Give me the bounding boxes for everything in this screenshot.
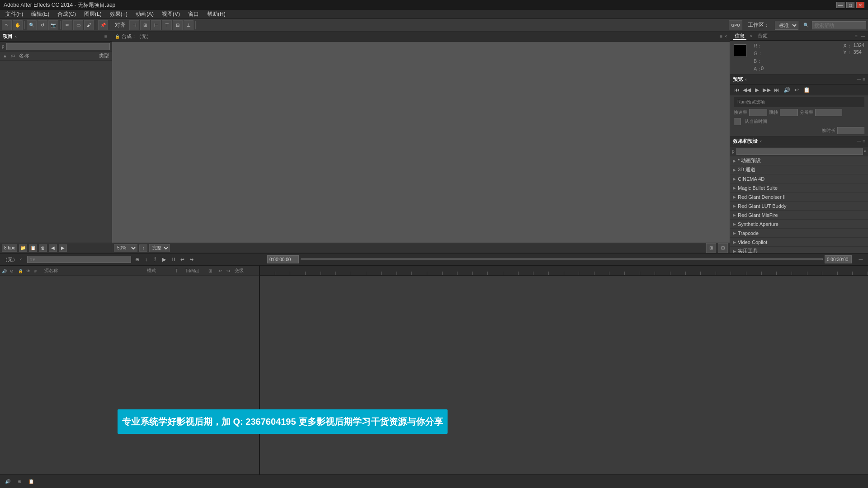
effect-category-item[interactable]: ▶Magic Bullet Suite: [730, 183, 868, 192]
comp-fit-btn[interactable]: ↕: [139, 244, 147, 252]
time-length-row: 帧时长: [734, 127, 864, 134]
menu-window[interactable]: 窗口: [184, 9, 203, 19]
effect-category-item[interactable]: ▶3D 通道: [730, 165, 868, 174]
comp-grid-btn[interactable]: ⊞: [706, 243, 716, 253]
preview-next-frame[interactable]: ▶▶: [763, 86, 771, 94]
effects-collapse-btn[interactable]: —: [857, 139, 861, 144]
camera-tool[interactable]: 📷: [48, 20, 58, 30]
hand-tool[interactable]: ✋: [13, 20, 23, 30]
effects-menu-btn[interactable]: ≡: [863, 139, 865, 144]
tl-reverse[interactable]: ↩: [178, 256, 186, 263]
project-search-input[interactable]: [6, 43, 110, 50]
ruler-mark: [731, 272, 746, 275]
prev-btn[interactable]: ◀: [49, 244, 57, 252]
effect-category-item[interactable]: ▶Synthetic Aperture: [730, 220, 868, 229]
preview-collapse-btn[interactable]: —: [857, 77, 861, 82]
effect-category-item[interactable]: ▶Red Giant MisFire: [730, 211, 868, 220]
comp-zoom-select[interactable]: 50% 100%: [114, 244, 137, 252]
fps-input[interactable]: [749, 109, 767, 116]
ruler-mark: [443, 272, 458, 275]
folder-btn[interactable]: 📁: [19, 244, 27, 252]
status-clipboard-btn[interactable]: 📋: [27, 478, 35, 485]
time-ruler[interactable]: [260, 266, 868, 276]
effects-panel-close[interactable]: ×: [760, 139, 762, 144]
zoom-tool[interactable]: 🔍: [27, 20, 37, 30]
pen-tool[interactable]: ✏: [62, 20, 72, 30]
effect-category-item[interactable]: ▶Trapcode: [730, 229, 868, 238]
comp-quality-select[interactable]: 完整: [149, 244, 170, 252]
info-tab[interactable]: 信息: [733, 33, 746, 40]
tl-draft[interactable]: ⏸: [169, 256, 177, 263]
comp-safe-btn[interactable]: ⊟: [718, 243, 728, 253]
preview-audio[interactable]: 🔊: [783, 86, 791, 94]
effect-category-item[interactable]: ▶Red Giant LUT Buddy: [730, 202, 868, 211]
menu-effects[interactable]: 效果(T): [106, 9, 131, 19]
timeline-collapse-btn[interactable]: —: [859, 257, 863, 262]
skip-input[interactable]: [780, 109, 798, 116]
project-panel-close[interactable]: ×: [14, 34, 17, 39]
effect-category-item[interactable]: ▶CINEMA 4D: [730, 174, 868, 183]
preview-prev-frame[interactable]: ◀◀: [743, 86, 751, 94]
effect-category-item[interactable]: ▶Video Copilot: [730, 238, 868, 247]
delete-btn[interactable]: 🗑: [39, 244, 47, 252]
effects-search-input[interactable]: [736, 148, 863, 155]
align-right[interactable]: ⊢: [151, 20, 161, 30]
preview-skip-start[interactable]: ⏮: [733, 86, 741, 94]
bpc-display[interactable]: 8 bpc: [2, 244, 17, 252]
rect-tool[interactable]: ▭: [73, 20, 83, 30]
menu-edit[interactable]: 编辑(E): [28, 9, 53, 19]
res-input[interactable]: [815, 109, 842, 116]
rotate-tool[interactable]: ↺: [38, 20, 47, 30]
align-center-h[interactable]: ⊞: [140, 20, 150, 30]
effect-category-item[interactable]: ▶Red Giant Denoiser II: [730, 192, 868, 202]
tl-graph-editor[interactable]: ⤴: [151, 256, 159, 263]
project-panel-tab[interactable]: 项目 ×: [3, 33, 17, 40]
preview-ram[interactable]: 📋: [802, 86, 811, 94]
preview-menu-btn[interactable]: ≡: [863, 77, 865, 82]
effect-category-item[interactable]: ▶* 动画预设: [730, 156, 868, 165]
comp-close-btn[interactable]: ×: [724, 34, 727, 39]
r-row: R：: [754, 42, 764, 49]
brush-tool[interactable]: 🖌: [84, 20, 94, 30]
align-center-v[interactable]: ⊟: [173, 20, 183, 30]
minimize-button[interactable]: —: [836, 2, 844, 8]
tl-add-marker[interactable]: ⊕: [133, 256, 141, 263]
align-left[interactable]: ⊣: [129, 20, 139, 30]
project-panel-menu[interactable]: ≡: [103, 33, 109, 40]
info-tab-close[interactable]: ×: [750, 34, 752, 38]
timeline-search-input[interactable]: [27, 256, 131, 263]
comp-menu-btn[interactable]: ≡: [720, 34, 722, 39]
workspace-dropdown[interactable]: 标准: [775, 21, 798, 30]
close-button[interactable]: ✕: [856, 2, 864, 8]
help-search-input[interactable]: [812, 21, 866, 29]
tl-forward[interactable]: ↪: [187, 256, 195, 263]
align-bottom[interactable]: ⊥: [184, 20, 193, 30]
next-btn[interactable]: ▶: [59, 244, 67, 252]
preview-panel-close[interactable]: ×: [745, 77, 747, 82]
status-add-btn[interactable]: ⊕: [15, 478, 24, 485]
tl-solo[interactable]: ↕: [142, 256, 150, 263]
menu-animation[interactable]: 动画(A): [132, 9, 157, 19]
preview-loop[interactable]: ↩: [793, 86, 801, 94]
menu-help[interactable]: 帮助(H): [203, 9, 229, 19]
menu-layer[interactable]: 图层(L): [80, 9, 105, 19]
puppet-tool[interactable]: 📌: [98, 20, 108, 30]
info-menu-btn[interactable]: ≡: [855, 33, 858, 38]
maximize-button[interactable]: □: [846, 2, 854, 8]
from-current-checkbox[interactable]: [734, 118, 741, 125]
preview-play[interactable]: ▶: [753, 86, 761, 94]
align-top[interactable]: ⊤: [162, 20, 172, 30]
menu-file[interactable]: 文件(F): [2, 9, 27, 19]
audio-tab[interactable]: 音频: [756, 33, 769, 39]
menu-compose[interactable]: 合成(C): [54, 9, 80, 19]
menu-view[interactable]: 视图(V): [158, 9, 184, 19]
current-time-display[interactable]: 0:00:00:00: [267, 255, 299, 263]
timeline-comp-close[interactable]: ×: [19, 257, 22, 262]
status-audio-btn[interactable]: 🔊: [4, 478, 12, 485]
preview-skip-end[interactable]: ⏭: [773, 86, 781, 94]
tl-motion-blur[interactable]: ▶: [160, 256, 168, 263]
timeline-scrubber[interactable]: [301, 258, 823, 260]
select-tool[interactable]: ↖: [2, 20, 12, 30]
info-collapse-btn[interactable]: —: [861, 34, 865, 38]
new-comp-btn[interactable]: 📋: [29, 244, 37, 252]
